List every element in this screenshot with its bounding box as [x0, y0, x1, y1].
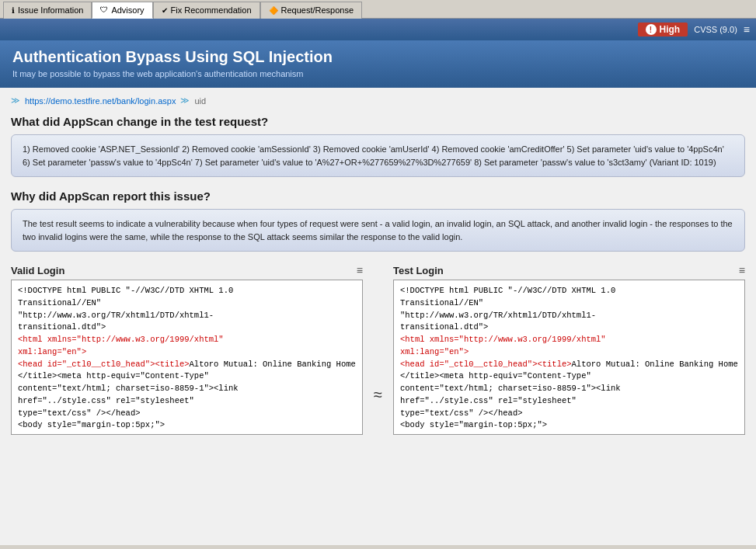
url-bar: ≫ https://demo.testfire.net/bank/login.a… — [11, 96, 745, 106]
test-login-content[interactable]: <!DOCTYPE html PUBLIC "-//W3C//DTD XHTML… — [393, 280, 745, 435]
valid-login-content[interactable]: <!DOCTYPE html PUBLIC "-//W3C//DTD XHTML… — [11, 280, 363, 435]
panels-row: Valid Login ≡ <!DOCTYPE html PUBLIC "-//… — [11, 264, 745, 435]
tab-issue-information[interactable]: ℹ Issue Information — [3, 2, 92, 19]
issue-title: Authentication Bypass Using SQL Injectio… — [12, 48, 744, 66]
approx-icon: ≈ — [371, 386, 385, 404]
severity-bar: ! High CVSS (9.0) ≡ — [0, 19, 756, 40]
tab-advisory[interactable]: 🛡 Advisory — [92, 2, 152, 19]
issue-header: Authentication Bypass Using SQL Injectio… — [0, 40, 756, 88]
tab-fix-recommendation[interactable]: ✔ Fix Recommendation — [153, 2, 260, 19]
valid-login-menu-icon[interactable]: ≡ — [357, 264, 363, 276]
valid-login-text-black2: Altoro Mutual: Online Banking Home </tit… — [18, 360, 356, 430]
section1-content: 1) Removed cookie 'ASP.NET_SessionId' 2)… — [11, 134, 745, 177]
test-login-text-black2: Altoro Mutual: Online Banking Home </tit… — [400, 360, 738, 430]
url-param: uid — [194, 96, 206, 106]
double-arrow-icon-2: ≫ — [180, 96, 190, 106]
tab-request-response[interactable]: 🔶 Request/Response — [260, 2, 363, 19]
double-arrow-icon: ≫ — [11, 96, 20, 106]
issue-subtitle: It may be possible to bypass the web app… — [12, 69, 744, 78]
tab-bar: ℹ Issue Information 🛡 Advisory ✔ Fix Rec… — [0, 0, 756, 19]
valid-login-header: Valid Login ≡ — [11, 264, 363, 276]
severity-level: High — [660, 24, 681, 35]
test-login-panel: Test Login ≡ <!DOCTYPE html PUBLIC "-//W… — [393, 264, 745, 435]
test-login-header: Test Login ≡ — [393, 264, 745, 276]
severity-menu-icon[interactable]: ≡ — [744, 23, 750, 36]
info-icon: ℹ — [12, 6, 15, 15]
checkmark-icon: ✔ — [162, 6, 168, 15]
valid-login-title: Valid Login — [11, 265, 64, 276]
test-login-text-black1: <!DOCTYPE html PUBLIC "-//W3C//DTD XHTML… — [400, 286, 615, 332]
url-link[interactable]: https://demo.testfire.net/bank/login.asp… — [25, 96, 176, 106]
exclaim-icon: ! — [646, 24, 657, 35]
request-icon: 🔶 — [269, 6, 278, 15]
test-login-title: Test Login — [393, 265, 444, 276]
section2-content: The test result seems to indicate a vuln… — [11, 209, 745, 252]
valid-login-text-black1: <!DOCTYPE html PUBLIC "-//W3C//DTD XHTML… — [18, 286, 233, 332]
test-login-menu-icon[interactable]: ≡ — [739, 264, 745, 276]
section1-heading: What did AppScan change in the test requ… — [11, 115, 745, 128]
section2-heading: Why did AppScan report this issue? — [11, 189, 745, 203]
cvss-badge: CVSS (9.0) — [694, 25, 737, 34]
severity-badge: ! High — [638, 23, 688, 36]
shield-icon: 🛡 — [100, 5, 108, 14]
valid-login-panel: Valid Login ≡ <!DOCTYPE html PUBLIC "-//… — [11, 264, 363, 435]
content-area: ≫ https://demo.testfire.net/bank/login.a… — [0, 88, 756, 545]
